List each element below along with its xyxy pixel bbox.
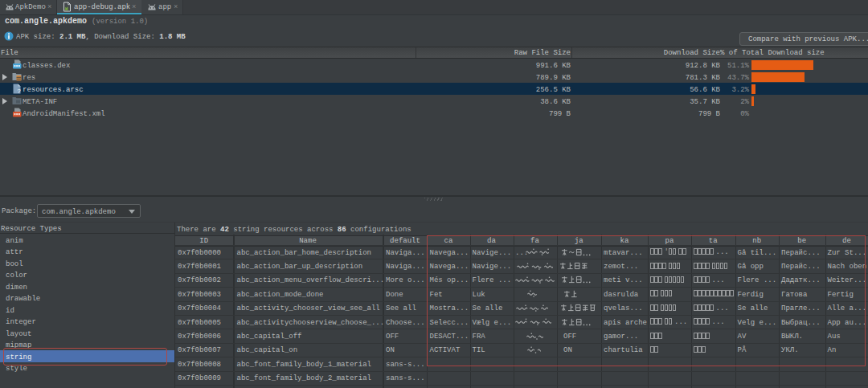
svg-text:?: ?: [17, 88, 21, 95]
